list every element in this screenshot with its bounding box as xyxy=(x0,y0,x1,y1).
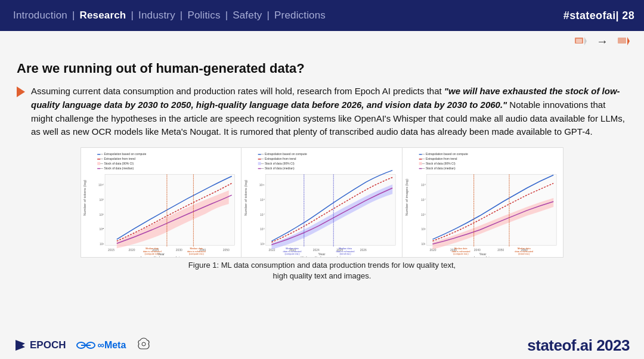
svg-point-103 xyxy=(142,342,145,346)
svg-text:10⁵: 10⁵ xyxy=(260,228,265,231)
svg-text:High-quality language data: High-quality language data xyxy=(301,256,343,257)
svg-text:2030: 2030 xyxy=(176,249,182,252)
nav-politics[interactable]: Politics xyxy=(184,10,224,21)
svg-text:10¹: 10¹ xyxy=(421,243,425,246)
footer: EPOCH ∞Meta stateof.ai 2023 xyxy=(0,332,644,359)
svg-text:10³: 10³ xyxy=(421,228,425,231)
nav-predictions[interactable]: Predictions xyxy=(271,10,329,21)
footer-brand: stateof.ai 2023 xyxy=(527,336,630,355)
svg-text:— Extrapolation from trend: — Extrapolation from trend xyxy=(100,157,135,160)
svg-text:(trend est.): (trend est.) xyxy=(340,252,352,255)
svg-rect-75 xyxy=(419,162,422,165)
svg-text:2050: 2050 xyxy=(223,249,230,252)
svg-text:— Extrapolation based on compu: — Extrapolation based on compute xyxy=(261,153,307,156)
svg-text:2020: 2020 xyxy=(129,249,135,252)
footer-logos: EPOCH ∞Meta xyxy=(14,337,151,354)
svg-marker-2 xyxy=(584,37,587,45)
nav-research[interactable]: Research xyxy=(76,10,129,21)
page-tag: #stateofai| 28 xyxy=(564,10,634,22)
svg-text:2050: 2050 xyxy=(497,249,504,252)
svg-rect-44 xyxy=(258,162,261,165)
chart-caption-line1: Figure 1: ML data consumption and data p… xyxy=(17,260,627,271)
chart-caption: Figure 1: ML data consumption and data p… xyxy=(17,260,627,281)
page-title: Are we running out of human-generated da… xyxy=(17,61,627,76)
svg-text:— Extrapolation from trend: — Extrapolation from trend xyxy=(261,157,296,160)
chart-low-quality: — Extrapolation based on compute — Extra… xyxy=(80,147,242,258)
body-text: Assuming current data consumption and pr… xyxy=(31,85,627,139)
meta-icon xyxy=(76,341,95,350)
svg-text:10⁷: 10⁷ xyxy=(260,213,265,216)
meta-logo: ∞Meta xyxy=(76,340,126,351)
main-content: Are we running out of human-generated da… xyxy=(0,50,644,288)
svg-text:Number of tokens (log): Number of tokens (log) xyxy=(244,180,247,216)
nav-industry[interactable]: Industry xyxy=(135,10,179,21)
prev-icon[interactable] xyxy=(572,35,589,48)
svg-text:10⁹: 10⁹ xyxy=(260,199,265,202)
svg-text:10¹⁰: 10¹⁰ xyxy=(98,184,104,187)
svg-text:10⁸: 10⁸ xyxy=(100,199,104,202)
epoch-label: EPOCH xyxy=(30,339,66,351)
chart-caption-line2: high quality text and images. xyxy=(17,271,627,281)
epoch-logo: EPOCH xyxy=(14,339,66,352)
body-intro: Assuming current data consumption and pr… xyxy=(31,86,444,96)
svg-rect-3 xyxy=(618,38,626,44)
svg-text:(compute est.): (compute est.) xyxy=(284,252,300,255)
svg-text:Number of tokens (log): Number of tokens (log) xyxy=(83,180,86,216)
svg-rect-1 xyxy=(576,39,582,43)
svg-text:(compute est.): (compute est.) xyxy=(189,252,205,255)
nav-introduction[interactable]: Introduction xyxy=(10,10,71,21)
svg-text:10⁴: 10⁴ xyxy=(100,228,104,231)
openai-icon xyxy=(137,337,151,351)
svg-text:(trend est.): (trend est.) xyxy=(518,252,530,255)
svg-text:10⁹: 10⁹ xyxy=(421,184,426,187)
bullet-section: Assuming current data consumption and pr… xyxy=(17,85,627,139)
svg-text:— Stock of data (median): — Stock of data (median) xyxy=(422,167,456,170)
openai-logo xyxy=(137,337,151,354)
svg-text:Low-quality language data: Low-quality language data xyxy=(140,256,182,257)
nav-safety[interactable]: Safety xyxy=(229,10,265,21)
svg-text:2026: 2026 xyxy=(360,249,367,252)
svg-text:10⁶: 10⁶ xyxy=(100,213,104,216)
svg-text:— Stock of data (90% CI): — Stock of data (90% CI) xyxy=(422,162,456,165)
svg-text:— Extrapolation from trend: — Extrapolation from trend xyxy=(422,157,457,160)
chart-image: — Extrapolation based on compute — Extra… xyxy=(402,147,564,258)
svg-text:(compute est.): (compute est.) xyxy=(145,252,160,255)
svg-rect-12 xyxy=(97,162,100,165)
svg-text:10²: 10² xyxy=(100,243,104,246)
svg-text:10³: 10³ xyxy=(260,243,264,246)
header: Introduction | Research | Industry | Pol… xyxy=(0,0,644,31)
svg-text:— Stock of data (90% CI): — Stock of data (90% CI) xyxy=(261,162,295,165)
nav-icons-row: → xyxy=(0,31,644,50)
epoch-icon xyxy=(14,339,27,352)
svg-marker-99 xyxy=(16,340,25,351)
svg-text:— Extrapolation based on compu: — Extrapolation based on compute xyxy=(422,153,468,156)
next-arrow-icon[interactable]: → xyxy=(594,35,611,48)
meta-label: ∞Meta xyxy=(97,340,126,351)
svg-text:(compute est.): (compute est.) xyxy=(453,252,469,255)
chart-high-quality: — Extrapolation based on compute — Extra… xyxy=(242,147,402,258)
svg-text:— Stock of data (90% CI): — Stock of data (90% CI) xyxy=(100,162,134,165)
nav-bar: Introduction | Research | Industry | Pol… xyxy=(10,10,329,21)
svg-text:2024: 2024 xyxy=(313,249,320,252)
svg-text:— Stock of data (median): — Stock of data (median) xyxy=(100,167,134,170)
svg-text:10⁷: 10⁷ xyxy=(421,199,426,202)
svg-text:10⁵: 10⁵ xyxy=(421,213,426,216)
svg-text:10¹¹: 10¹¹ xyxy=(259,184,265,187)
charts-container: — Extrapolation based on compute — Extra… xyxy=(17,147,627,258)
svg-text:Number of images (log): Number of images (log) xyxy=(405,179,408,216)
svg-marker-4 xyxy=(627,37,630,45)
svg-text:2040: 2040 xyxy=(474,249,481,252)
svg-text:Image data: Image data xyxy=(474,256,492,257)
svg-text:2015: 2015 xyxy=(108,249,114,252)
svg-text:— Extrapolation based on compu: — Extrapolation based on compute xyxy=(100,153,146,156)
next-icon[interactable] xyxy=(615,35,632,48)
bullet-icon xyxy=(17,86,25,97)
svg-text:— Stock of data (median): — Stock of data (median) xyxy=(261,167,295,170)
